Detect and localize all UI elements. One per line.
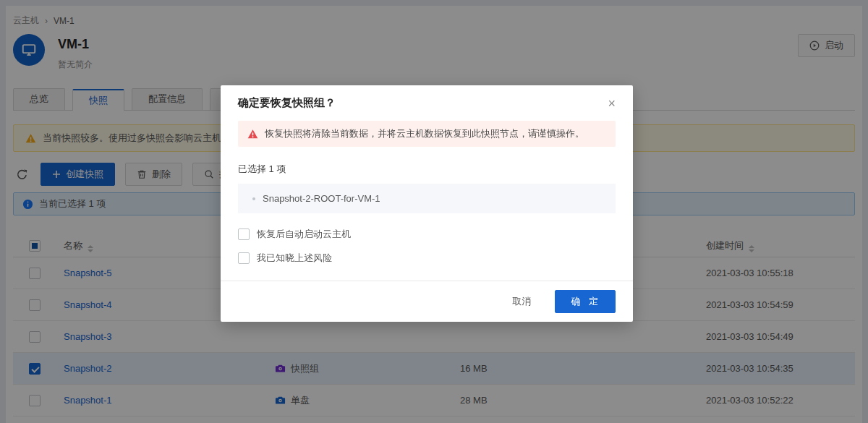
bullet-dot-icon [252, 197, 255, 200]
error-triangle-icon [247, 129, 258, 140]
risk-ack-checkbox-row[interactable]: 我已知晓上述风险 [238, 252, 616, 265]
cancel-button[interactable]: 取消 [501, 290, 542, 313]
modal-alert-text: 恢复快照将清除当前数据，并将云主机数据恢复到此快照节点，请谨慎操作。 [265, 127, 584, 140]
modal-header: 确定要恢复快照组？ × [221, 85, 633, 119]
modal-danger-alert: 恢复快照将清除当前数据，并将云主机数据恢复到此快照节点，请谨慎操作。 [238, 121, 616, 147]
modal-footer: 取消 确 定 [221, 281, 633, 322]
autostart-checkbox[interactable] [238, 228, 250, 240]
restore-snapshot-modal: 确定要恢复快照组？ × 恢复快照将清除当前数据，并将云主机数据恢复到此快照节点，… [221, 85, 633, 322]
modal-title: 确定要恢复快照组？ [238, 96, 336, 110]
autostart-checkbox-label: 恢复后自动启动云主机 [257, 228, 351, 241]
risk-ack-checkbox[interactable] [238, 252, 250, 264]
selected-item-panel: Snapshot-2-ROOT-for-VM-1 [238, 184, 616, 213]
selected-snapshot-name: Snapshot-2-ROOT-for-VM-1 [263, 193, 380, 204]
confirm-button[interactable]: 确 定 [555, 290, 616, 313]
autostart-checkbox-row[interactable]: 恢复后自动启动云主机 [238, 228, 616, 241]
selected-count-label: 已选择 1 项 [238, 163, 616, 176]
risk-ack-checkbox-label: 我已知晓上述风险 [257, 252, 332, 265]
close-icon[interactable]: × [608, 97, 616, 110]
